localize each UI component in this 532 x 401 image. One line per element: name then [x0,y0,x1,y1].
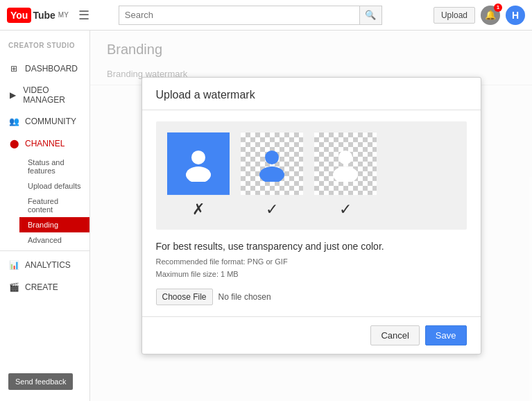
sidebar-item-dashboard[interactable]: ⊞ DASHBOARD [0,58,89,80]
community-icon: 👥 [8,116,19,127]
sidebar-item-channel[interactable]: ⬤ CHANNEL [0,133,89,155]
svg-point-3 [259,167,284,182]
modal-body: ✗ ✓ [142,110,481,316]
modal-title: Upload a watermark [142,78,481,110]
watermark-item-solid: ✗ [167,133,230,219]
user-avatar-button[interactable]: H [506,6,525,25]
hamburger-menu-icon[interactable]: ☰ [78,8,89,23]
nav-right: Upload 🔔 1 H [434,6,525,25]
watermark-preview-trans-blue [241,133,303,195]
youtube-logo: YouTubeMY [7,8,69,23]
sidebar-item-analytics[interactable]: 📊 ANALYTICS [0,254,89,276]
main-layout: CREATOR STUDIO ⊞ DASHBOARD ▶ VIDEO MANAG… [0,31,532,401]
check-mark-2: ✓ [339,200,352,219]
dashboard-icon: ⊞ [8,63,19,74]
description-text: For best results, use transparency and j… [156,241,467,252]
svg-point-1 [186,167,211,182]
sidebar-label-channel: CHANNEL [25,139,65,148]
watermark-preview-trans-white [314,133,377,195]
channel-subitems: Status and features Upload defaults Feat… [0,155,89,248]
svg-point-2 [265,151,279,164]
notifications-button[interactable]: 🔔 1 [481,6,500,25]
video-manager-icon: ▶ [8,89,17,101]
sidebar-item-video-manager[interactable]: ▶ VIDEO MANAGER [0,80,89,110]
search-button[interactable]: 🔍 [359,6,381,24]
watermark-item-trans-white: ✓ [314,133,377,219]
sidebar-label-community: COMMUNITY [25,117,76,126]
upload-watermark-modal: Upload a watermark [141,77,481,355]
sidebar-item-create[interactable]: 🎬 CREATE [0,276,89,298]
svg-point-4 [338,151,352,164]
watermark-preview-solid [167,133,230,195]
sidebar-sub-upload-defaults[interactable]: Upload defaults [19,178,89,194]
watermark-item-trans-blue: ✓ [241,133,303,219]
creator-studio-title: CREATOR STUDIO [0,36,89,58]
create-icon: 🎬 [8,282,19,293]
analytics-icon: 📊 [8,259,19,271]
sidebar-label-video-manager: VIDEO MANAGER [23,85,81,105]
person-icon-trans-white [327,146,363,182]
sidebar-sub-featured-content[interactable]: Featured content [19,194,89,217]
notification-icon: 🔔 [485,10,496,20]
max-size: Maximum file size: 1 MB [156,268,467,281]
file-name-display: No file chosen [218,292,271,302]
sidebar-sub-status[interactable]: Status and features [19,155,89,178]
sidebar-label-create: CREATE [25,282,58,292]
watermark-preview-row: ✗ ✓ [156,121,467,230]
sidebar-sub-branding[interactable]: Branding [19,217,89,232]
search-input[interactable] [119,6,359,24]
sidebar: CREATOR STUDIO ⊞ DASHBOARD ▶ VIDEO MANAG… [0,31,90,401]
search-bar: 🔍 [119,6,382,25]
upload-button[interactable]: Upload [434,7,475,24]
modal-footer: Cancel Save [142,316,481,354]
notification-badge: 1 [494,3,502,12]
sidebar-label-dashboard: DASHBOARD [25,64,78,74]
sidebar-label-analytics: ANALYTICS [25,260,71,270]
file-input-row: Choose File No file chosen [156,289,467,305]
logo-my: MY [58,11,69,19]
sidebar-item-community[interactable]: 👥 COMMUNITY [0,110,89,133]
logo-you: You [7,8,31,23]
svg-point-0 [191,151,205,164]
sidebar-divider-1 [0,250,89,251]
channel-icon: ⬤ [8,138,19,149]
main-content: Branding Branding watermark Upload a wat… [90,31,532,401]
cancel-button[interactable]: Cancel [370,325,419,345]
person-icon-trans-blue [254,146,290,182]
top-navigation: YouTubeMY ☰ 🔍 Upload 🔔 1 H [0,0,532,31]
save-button[interactable]: Save [425,325,467,345]
check-mark-1: ✓ [266,200,278,219]
recommended-format: Recommended file format: PNG or GIF [156,256,467,268]
person-icon-solid [180,146,216,182]
choose-file-button[interactable]: Choose File [156,289,213,305]
svg-point-5 [333,167,358,182]
send-feedback-button[interactable]: Send feedback [8,373,73,390]
cross-mark: ✗ [192,200,205,219]
sidebar-sub-advanced[interactable]: Advanced [19,232,89,248]
logo-tube: Tube [33,10,55,21]
